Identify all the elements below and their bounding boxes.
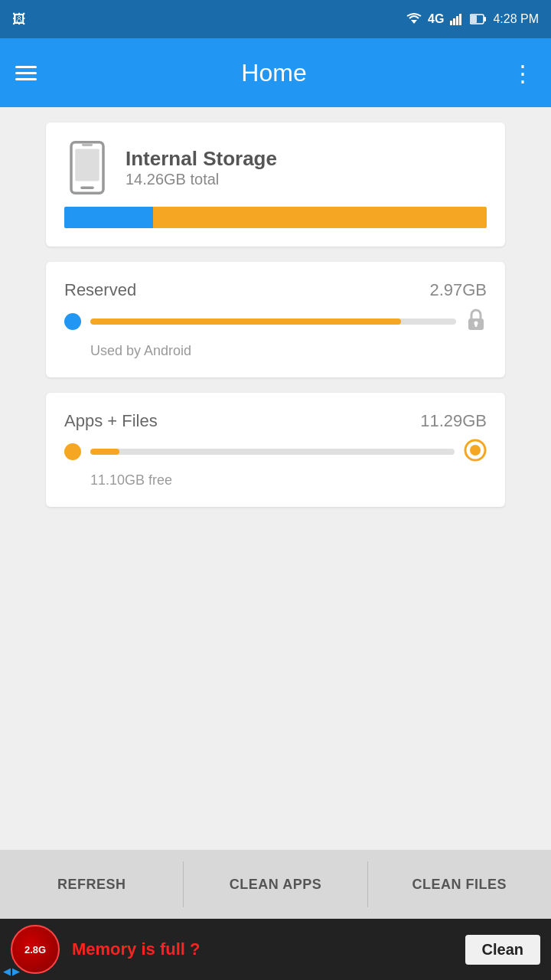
- lock-icon: [465, 308, 487, 335]
- apps-label: Apps + Files: [64, 411, 158, 431]
- clean-apps-button[interactable]: CLEAN APPS: [184, 850, 367, 919]
- apps-sub-text: 11.10GB free: [90, 472, 172, 488]
- ad-banner: 2.8G Memory is full ? Clean ◀ ▶: [0, 919, 551, 980]
- apps-radio-icon: [464, 439, 487, 465]
- bar-used-apps: [153, 207, 487, 228]
- status-bar-left: 🖼: [12, 11, 26, 28]
- svg-rect-4: [459, 14, 461, 25]
- storage-total: 14.26GB total: [126, 171, 277, 188]
- storage-header: Internal Storage 14.26GB total: [64, 141, 487, 194]
- ad-corner-icons: ◀ ▶: [3, 965, 20, 977]
- wifi-icon: [406, 13, 422, 25]
- reserved-dot: [64, 313, 81, 330]
- battery-icon: [470, 14, 487, 24]
- svg-rect-2: [453, 18, 455, 25]
- gallery-icon: 🖼: [12, 11, 26, 28]
- svg-rect-1: [450, 21, 452, 25]
- app-bar-title: Home: [241, 59, 306, 87]
- status-bar-right: 4G 4:28 PM: [406, 12, 539, 26]
- apps-progress-bar: [90, 449, 455, 455]
- svg-marker-0: [411, 20, 417, 24]
- signal-icon: [450, 13, 464, 25]
- storage-title: Internal Storage: [126, 147, 277, 171]
- bottom-toolbar: REFRESH CLEAN APPS CLEAN FILES: [0, 850, 551, 919]
- reserved-label: Reserved: [64, 280, 136, 300]
- internal-storage-card: Internal Storage 14.26GB total: [46, 122, 505, 247]
- apps-value: 11.29GB: [420, 411, 487, 431]
- apps-files-card: Apps + Files 11.29GB 11.10GB free: [46, 393, 505, 507]
- bar-used-system: [64, 207, 153, 228]
- svg-rect-10: [80, 187, 94, 190]
- reserved-value: 2.97GB: [429, 280, 487, 300]
- reserved-bar-row: [64, 308, 487, 335]
- apps-bar-row: [64, 439, 487, 465]
- svg-rect-9: [75, 149, 99, 181]
- apps-progress-fill: [90, 449, 119, 455]
- svg-point-16: [470, 445, 481, 456]
- clean-files-button[interactable]: CLEAN FILES: [368, 850, 551, 919]
- apps-row: Apps + Files 11.29GB: [64, 411, 487, 431]
- reserved-sub-text: Used by Android: [90, 343, 191, 358]
- reserved-card: Reserved 2.97GB Used by Android: [46, 262, 505, 377]
- storage-info: Internal Storage 14.26GB total: [126, 147, 277, 188]
- ad-text: Memory is full ?: [72, 939, 453, 959]
- svg-rect-3: [456, 16, 458, 25]
- svg-rect-11: [82, 144, 93, 147]
- svg-rect-7: [471, 15, 477, 23]
- refresh-button[interactable]: REFRESH: [0, 850, 183, 919]
- ad-clean-button[interactable]: Clean: [465, 935, 540, 965]
- svg-rect-6: [484, 17, 486, 21]
- storage-usage-bar: [64, 207, 487, 228]
- phone-storage-icon: [64, 141, 110, 194]
- reserved-progress-bar: [90, 318, 456, 325]
- network-label: 4G: [428, 12, 444, 26]
- reserved-row: Reserved 2.97GB: [64, 280, 487, 300]
- reserved-progress-fill: [90, 318, 401, 325]
- apps-dot: [64, 443, 81, 460]
- main-content: Internal Storage 14.26GB total Reserved …: [0, 107, 551, 850]
- svg-rect-14: [475, 323, 478, 327]
- app-bar: Home ⋮: [0, 38, 551, 107]
- more-options-button[interactable]: ⋮: [511, 60, 536, 87]
- hamburger-button[interactable]: [15, 66, 37, 80]
- ad-icon-right: ▶: [12, 965, 20, 977]
- status-bar: 🖼 4G 4:28 PM: [0, 0, 551, 38]
- time-display: 4:28 PM: [493, 12, 539, 26]
- ad-icon-left: ◀: [3, 965, 11, 977]
